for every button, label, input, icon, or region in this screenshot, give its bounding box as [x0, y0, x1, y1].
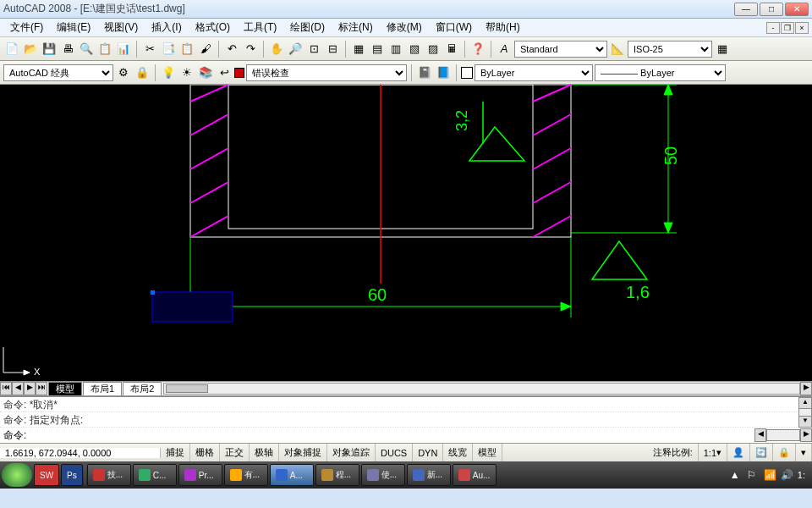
horizontal-scrollbar[interactable] [163, 383, 800, 395]
maximize-button[interactable]: □ [760, 3, 783, 16]
tray-volume-icon[interactable]: 🔊 [781, 469, 793, 481]
undo-icon[interactable]: ↶ [223, 41, 240, 58]
close-button[interactable]: ✕ [785, 3, 809, 16]
help-icon[interactable]: ❓ [469, 41, 486, 58]
bulb-icon[interactable]: 💡 [160, 64, 177, 81]
quick-launch-sw[interactable]: SW [34, 464, 59, 486]
toggle-otrack[interactable]: 对象追踪 [327, 444, 376, 461]
tab-model[interactable]: 模型 [48, 382, 82, 395]
tab-layout2[interactable]: 布局2 [123, 382, 162, 395]
mdi-restore-button[interactable]: ❐ [781, 22, 794, 34]
dim-style-icon[interactable]: 📐 [609, 41, 626, 58]
taskbar-item[interactable]: A... [270, 464, 314, 486]
tool-palette-icon[interactable]: ▥ [387, 41, 404, 58]
paste-icon[interactable]: 📋 [178, 41, 195, 58]
zoom-window-icon[interactable]: ⊡ [305, 41, 322, 58]
taskbar-item[interactable]: 程... [315, 464, 359, 486]
tray-arrow-icon[interactable]: ▲ [730, 469, 742, 481]
redo-icon[interactable]: ↷ [242, 41, 259, 58]
annotation-scale-select[interactable]: 1:1 ▾ [699, 444, 727, 461]
match-icon[interactable]: 🖌 [197, 41, 214, 58]
menu-dimension[interactable]: 标注(N) [332, 19, 380, 36]
menu-edit[interactable]: 编辑(E) [50, 19, 97, 36]
quick-launch-ps[interactable]: Ps [61, 464, 83, 486]
dim-style-select[interactable]: ISO-25 [628, 41, 712, 58]
cmd-scroll-down-button[interactable]: ▼ [798, 416, 812, 428]
minimize-button[interactable]: — [734, 3, 758, 16]
cmd-scroll-up-button[interactable]: ▲ [798, 397, 812, 409]
design-center-icon[interactable]: ▤ [369, 41, 386, 58]
color-swatch-icon[interactable] [461, 67, 473, 79]
taskbar-item[interactable]: 技... [87, 464, 131, 486]
zoom-realtime-icon[interactable]: 🔎 [287, 41, 304, 58]
toggle-snap[interactable]: 捕捉 [161, 444, 190, 461]
hscroll-right-button[interactable]: ▶ [800, 382, 812, 395]
toggle-lwt[interactable]: 线宽 [443, 444, 473, 461]
menu-modify[interactable]: 修改(M) [380, 19, 429, 36]
annotation-auto-icon[interactable]: 🔄 [750, 444, 773, 461]
tab-layout1[interactable]: 布局1 [83, 382, 122, 395]
save-icon[interactable]: 💾 [41, 41, 58, 58]
taskbar-item[interactable]: 有... [224, 464, 268, 486]
text-style-select[interactable]: Standard [514, 41, 607, 58]
taskbar-item[interactable]: Au... [453, 464, 497, 486]
cmd-left-button[interactable]: ◀ [754, 428, 766, 442]
preview-icon[interactable]: 🔍 [78, 41, 95, 58]
tray-flag-icon[interactable]: ⚐ [747, 469, 759, 481]
toggle-ducs[interactable]: DUCS [376, 444, 413, 461]
tray-network-icon[interactable]: 📶 [764, 469, 776, 481]
table-style-icon[interactable]: ▦ [714, 41, 731, 58]
toggle-grid[interactable]: 栅格 [190, 444, 220, 461]
menu-insert[interactable]: 插入(I) [145, 19, 188, 36]
tray-clock[interactable]: 1: [798, 470, 805, 480]
plot-icon[interactable]: 📊 [115, 41, 132, 58]
color-select[interactable]: ByLayer [475, 64, 593, 81]
linetype-select[interactable]: ———— ByLayer [595, 64, 726, 81]
toggle-ortho[interactable]: 正交 [220, 444, 250, 461]
menu-file[interactable]: 文件(F) [3, 19, 50, 36]
toggle-model[interactable]: 模型 [473, 444, 502, 461]
tab-prev-button[interactable]: ◀ [12, 382, 24, 395]
menu-help[interactable]: 帮助(H) [479, 19, 527, 36]
new-icon[interactable]: 📄 [3, 41, 20, 58]
command-input[interactable] [30, 429, 754, 441]
menu-draw[interactable]: 绘图(D) [283, 19, 332, 36]
sheet-set-icon[interactable]: ▧ [406, 41, 423, 58]
tab-next-button[interactable]: ▶ [24, 382, 36, 395]
drawing-canvas[interactable]: 3,2 50 60 1,6 X [0, 85, 812, 381]
layer-state-icon[interactable]: 📘 [435, 64, 452, 81]
properties-icon[interactable]: ▦ [350, 41, 367, 58]
sun-icon[interactable]: ☀ [178, 64, 195, 81]
toggle-dyn[interactable]: DYN [413, 444, 443, 461]
lock-icon[interactable]: 🔒 [773, 444, 796, 461]
menu-format[interactable]: 格式(O) [189, 19, 237, 36]
mdi-close-button[interactable]: × [795, 22, 809, 34]
text-style-icon[interactable]: A [496, 41, 513, 58]
layer-manager-icon[interactable]: 📓 [416, 64, 433, 81]
taskbar-item[interactable]: Pr... [178, 464, 222, 486]
toggle-polar[interactable]: 极轴 [250, 444, 279, 461]
pan-icon[interactable]: ✋ [268, 41, 285, 58]
cut-icon[interactable]: ✂ [141, 41, 158, 58]
layers-icon[interactable]: 📚 [197, 64, 214, 81]
copy-icon[interactable]: 📑 [160, 41, 177, 58]
tray-settings-icon[interactable]: ▾ [796, 444, 812, 461]
toggle-osnap[interactable]: 对象捕捉 [279, 444, 327, 461]
cmd-right-button[interactable]: ▶ [800, 428, 812, 442]
markup-icon[interactable]: ▨ [425, 41, 442, 58]
coordinates-display[interactable]: 1.6619, 672.0944, 0.0000 [0, 448, 161, 458]
start-button[interactable] [2, 463, 32, 487]
lock-ui-icon[interactable]: 🔒 [134, 64, 151, 81]
annotation-visibility-icon[interactable]: 👤 [727, 444, 750, 461]
taskbar-item[interactable]: 新... [407, 464, 451, 486]
menu-view[interactable]: 视图(V) [97, 19, 145, 36]
mdi-minimize-button[interactable]: - [766, 22, 780, 34]
zoom-prev-icon[interactable]: ⊟ [324, 41, 341, 58]
menu-window[interactable]: 窗口(W) [429, 19, 479, 36]
workspace-select[interactable]: AutoCAD 经典 [3, 64, 113, 81]
print-icon[interactable]: 🖶 [59, 41, 76, 58]
calc-icon[interactable]: 🖩 [443, 41, 460, 58]
menu-tools[interactable]: 工具(T) [237, 19, 283, 36]
tab-last-button[interactable]: ⏭ [36, 382, 47, 395]
tab-first-button[interactable]: ⏮ [0, 382, 12, 395]
